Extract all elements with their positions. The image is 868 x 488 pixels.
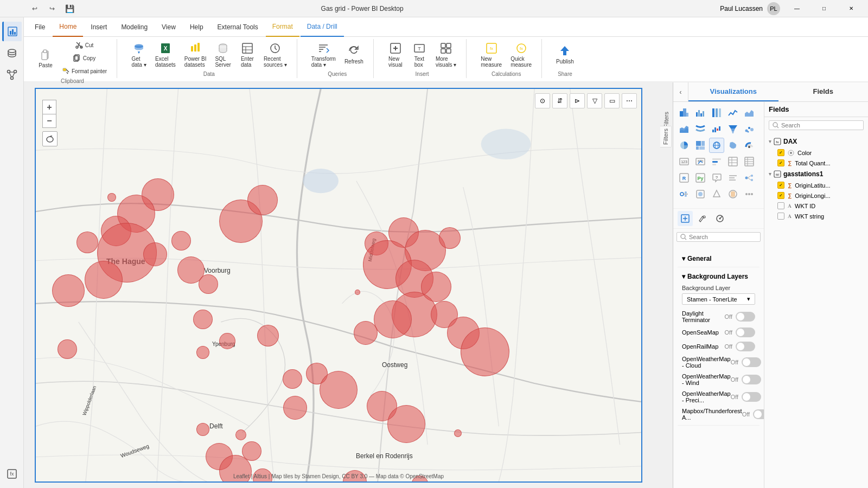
transform-data-button[interactable]: Transformdata ▾ bbox=[308, 40, 339, 70]
mapbox-switch[interactable] bbox=[753, 409, 764, 419]
get-data-button[interactable]: ▼ Getdata ▾ bbox=[128, 40, 150, 70]
viz-waterfall[interactable] bbox=[709, 121, 724, 137]
save-button[interactable]: 💾 bbox=[63, 2, 76, 15]
map-container[interactable]: The Hague Voorburg Ypenburg Delft Berkel… bbox=[35, 88, 642, 483]
tab-insert[interactable]: Insert bbox=[84, 17, 113, 37]
tab-home[interactable]: Home bbox=[53, 17, 83, 37]
visual-options-button[interactable]: ▭ bbox=[604, 93, 620, 108]
field-color-checkbox[interactable]: ✓ bbox=[777, 149, 784, 156]
minimize-button[interactable]: — bbox=[784, 0, 809, 17]
tab-fields[interactable]: Fields bbox=[778, 82, 869, 101]
format-visual-button[interactable] bbox=[695, 211, 710, 226]
field-wkt-id[interactable]: 𝐀 WKT ID bbox=[764, 201, 868, 211]
gasstations-section-header[interactable]: ▾ tbl gasstations1 bbox=[764, 168, 868, 180]
viz-gauge[interactable] bbox=[742, 138, 757, 153]
paste-button[interactable]: Paste bbox=[35, 46, 56, 70]
field-color[interactable]: ✓ Color bbox=[764, 147, 868, 158]
field-origin-long[interactable]: ✓ ∑ OriginLongi... bbox=[764, 190, 868, 201]
expand-button[interactable]: ⊳ bbox=[570, 93, 585, 108]
viz-ellipsis[interactable] bbox=[742, 187, 757, 202]
viz-python[interactable]: Py bbox=[693, 170, 708, 185]
enter-data-button[interactable]: Enterdata bbox=[237, 40, 258, 70]
lasso-button[interactable] bbox=[42, 131, 58, 146]
quick-measure-button[interactable]: fx Quickmeasure bbox=[507, 40, 535, 70]
excel-button[interactable]: X Exceldatasets bbox=[152, 40, 179, 70]
publish-button[interactable]: Publish bbox=[553, 42, 577, 67]
background-layer-dropdown[interactable]: Stamen - TonerLite ▾ bbox=[682, 293, 755, 305]
sidebar-item-report[interactable] bbox=[2, 22, 22, 41]
tab-view[interactable]: View bbox=[155, 17, 182, 37]
viz-stacked-area[interactable] bbox=[676, 121, 692, 137]
viz-search-box[interactable] bbox=[676, 232, 761, 242]
openweather-cloud-switch[interactable] bbox=[742, 357, 761, 367]
close-button[interactable]: ✕ bbox=[839, 0, 864, 17]
tab-help[interactable]: Help bbox=[183, 17, 210, 37]
tab-format[interactable]: Format bbox=[266, 17, 299, 37]
daylight-terminator-switch[interactable] bbox=[736, 312, 755, 322]
open-rail-map-switch[interactable] bbox=[736, 342, 755, 351]
fields-search-input[interactable] bbox=[781, 122, 860, 129]
viz-qna[interactable]: ? bbox=[709, 170, 724, 185]
viz-map[interactable] bbox=[709, 138, 724, 153]
recent-sources-button[interactable]: Recentsources ▾ bbox=[260, 40, 290, 70]
viz-custom2[interactable] bbox=[709, 187, 724, 202]
openweather-preci-switch[interactable] bbox=[742, 392, 761, 402]
field-wkt-id-checkbox[interactable] bbox=[777, 202, 784, 209]
text-box-button[interactable]: T Textbox bbox=[409, 40, 430, 70]
field-origin-lat-checkbox[interactable]: ✓ bbox=[777, 182, 784, 189]
more-options-button[interactable]: ⋯ bbox=[622, 93, 637, 108]
field-total-qty-checkbox[interactable]: ✓ bbox=[777, 159, 784, 166]
more-visuals-button[interactable]: Morevisuals ▾ bbox=[432, 40, 459, 70]
viz-pie[interactable] bbox=[676, 138, 692, 153]
sidebar-item-dax[interactable]: fx bbox=[2, 464, 22, 484]
fields-search-box[interactable] bbox=[769, 120, 864, 130]
tab-data-drill[interactable]: Data / Drill bbox=[301, 17, 344, 37]
viz-line[interactable] bbox=[725, 105, 741, 120]
copy-button[interactable]: Copy bbox=[59, 52, 110, 64]
cut-button[interactable]: Cut bbox=[59, 39, 110, 51]
focus-mode-button[interactable]: ⊙ bbox=[535, 93, 550, 108]
viz-table[interactable] bbox=[725, 154, 741, 169]
sidebar-item-data[interactable] bbox=[2, 43, 22, 63]
viz-funnel[interactable] bbox=[725, 121, 741, 137]
viz-decomposition-tree[interactable] bbox=[742, 170, 757, 185]
viz-key-influencers[interactable] bbox=[676, 187, 692, 202]
analytics-button[interactable] bbox=[712, 211, 727, 226]
undo-button[interactable]: ↩ bbox=[28, 2, 41, 15]
dax-section-header[interactable]: ▾ fx DAX bbox=[764, 136, 868, 147]
sql-button[interactable]: SQLServer bbox=[212, 40, 234, 70]
zoom-in-button[interactable]: + bbox=[42, 100, 56, 114]
show-data-button[interactable]: ⇵ bbox=[552, 93, 567, 108]
redo-button[interactable]: ↪ bbox=[46, 2, 59, 15]
viz-stacked-bar-100[interactable] bbox=[709, 105, 724, 120]
viz-card[interactable]: 123 bbox=[676, 154, 692, 169]
filter-button[interactable]: ▽ bbox=[587, 93, 602, 108]
field-origin-lat[interactable]: ✓ ∑ OriginLatitu... bbox=[764, 180, 868, 190]
viz-arcgis[interactable] bbox=[725, 187, 741, 202]
powerbi-button[interactable]: Power BIdatasets bbox=[181, 40, 210, 70]
build-visual-button[interactable] bbox=[678, 211, 693, 226]
open-sea-map-switch[interactable] bbox=[736, 328, 755, 337]
field-wkt-string[interactable]: 𝐀 WKT string bbox=[764, 211, 868, 221]
tab-file[interactable]: File bbox=[28, 17, 52, 37]
viz-custom1[interactable] bbox=[693, 187, 708, 202]
general-section-header[interactable]: ▾ General bbox=[682, 252, 755, 265]
field-wkt-string-checkbox[interactable] bbox=[777, 213, 784, 220]
viz-area[interactable] bbox=[742, 105, 757, 120]
tab-modeling[interactable]: Modeling bbox=[114, 17, 154, 37]
viz-scatter[interactable] bbox=[742, 121, 757, 137]
viz-kpi[interactable]: KPI bbox=[693, 154, 708, 169]
viz-filled-map[interactable] bbox=[725, 138, 741, 153]
openweather-wind-switch[interactable] bbox=[742, 375, 761, 384]
viz-matrix[interactable] bbox=[742, 154, 757, 169]
sidebar-item-model[interactable] bbox=[2, 65, 22, 85]
field-total-quantity[interactable]: ✓ ∑ Total Quant... bbox=[764, 158, 868, 168]
filters-panel-label[interactable]: Filters bbox=[660, 126, 672, 147]
viz-search-input[interactable] bbox=[689, 234, 757, 240]
background-layers-header[interactable]: ▾ Background Layers bbox=[682, 269, 755, 282]
new-visual-button[interactable]: Newvisual bbox=[385, 40, 406, 70]
viz-stacked-bar[interactable] bbox=[676, 105, 692, 120]
viz-ribbon[interactable] bbox=[693, 121, 708, 137]
zoom-out-button[interactable]: − bbox=[42, 114, 56, 128]
format-painter-button[interactable]: Format painter bbox=[59, 65, 110, 77]
